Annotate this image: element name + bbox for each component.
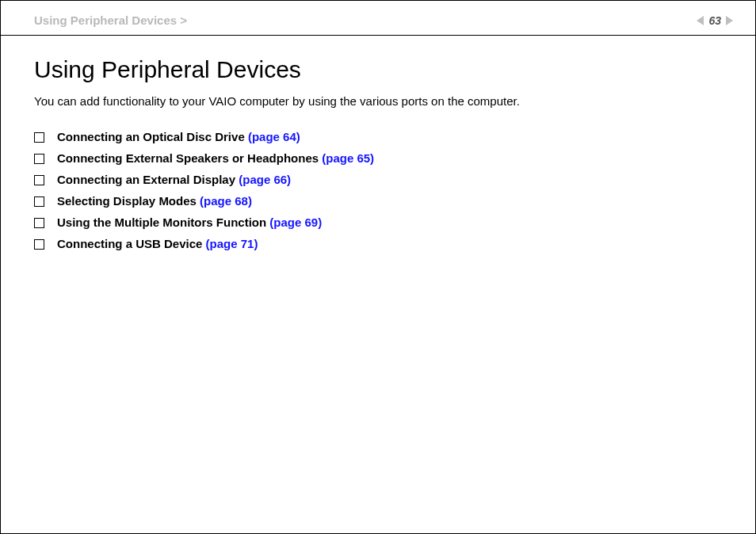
list-item: Selecting Display Modes (page 68) [34,194,722,208]
list-item: Connecting an External Display (page 66) [34,173,722,186]
list-item: Connecting an Optical Disc Drive (page 6… [34,130,722,143]
intro-text: You can add functionality to your VAIO c… [34,94,722,108]
breadcrumb: Using Peripheral Devices > [34,13,187,27]
prev-page-icon[interactable] [697,16,704,25]
topic-ref-link[interactable]: (page 65) [322,151,374,165]
page-number: 63 [708,14,721,27]
bullet-icon [34,239,44,250]
bullet-icon [34,175,44,185]
list-item: Connecting a USB Device (page 71) [34,237,722,250]
next-page-icon[interactable] [726,16,733,25]
topic-ref-link[interactable]: (page 69) [269,216,322,229]
topic-ref-link[interactable]: (page 64) [248,130,300,143]
topic-label: Connecting External Speakers or Headphon… [57,151,322,165]
topic-ref-link[interactable]: (page 71) [206,237,258,250]
list-item: Using the Multiple Monitors Function (pa… [34,216,722,229]
bullet-icon [34,132,44,143]
pager: 63 [697,14,736,27]
topic-ref-link[interactable]: (page 66) [239,173,291,186]
topic-ref-link[interactable]: (page 68) [200,194,252,208]
topic-label: Connecting an External Display [57,173,239,186]
bullet-icon [34,196,44,207]
list-item: Connecting External Speakers or Headphon… [34,151,722,165]
topic-label: Using the Multiple Monitors Function [57,216,269,229]
breadcrumb-text: Using Peripheral Devices > [34,13,187,27]
bullet-icon [34,154,44,164]
bullet-icon [34,218,44,228]
page-title: Using Peripheral Devices [34,56,722,83]
topic-label: Connecting an Optical Disc Drive [57,130,248,143]
topic-label: Connecting a USB Device [57,237,206,250]
topic-list: Connecting an Optical Disc Drive (page 6… [34,130,722,250]
topic-label: Selecting Display Modes [57,194,200,208]
